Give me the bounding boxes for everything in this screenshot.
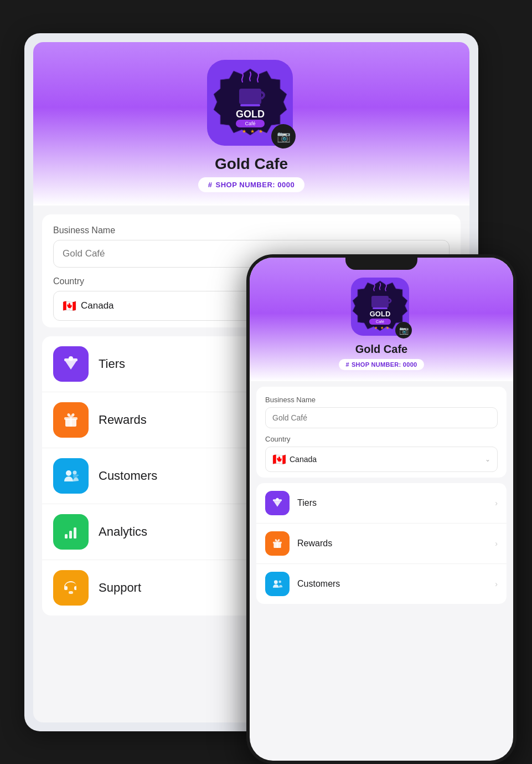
phone-customers-icon (265, 572, 290, 596)
svg-point-30 (276, 498, 278, 501)
tablet-shop-number: # SHOP NUMBER: 0000 (198, 177, 304, 192)
support-icon (53, 570, 89, 606)
svg-point-14 (73, 471, 77, 475)
svg-rect-12 (70, 417, 72, 427)
svg-rect-1 (240, 104, 260, 106)
phone-country-label: Country (265, 435, 498, 443)
svg-text:★: ★ (386, 326, 389, 330)
svg-rect-0 (239, 89, 261, 104)
svg-text:★: ★ (259, 129, 263, 134)
svg-rect-16 (73, 476, 78, 478)
svg-point-9 (69, 356, 73, 361)
phone-rewards-chevron: › (495, 539, 498, 548)
camera-button[interactable]: 📷 (271, 124, 296, 148)
svg-text:★: ★ (374, 326, 378, 330)
rewards-icon (53, 402, 89, 438)
tablet-logo-wrapper: GOLD Café ★ ★ ★ 📷 (207, 60, 296, 148)
customers-label: Customers (99, 469, 157, 483)
analytics-label: Analytics (99, 525, 147, 539)
phone-business-name-label: Business Name (265, 396, 498, 404)
phone-header: GOLD Café ★ ★ ★ 📷 Gold Cafe # SHOP NUMBE… (250, 258, 513, 381)
phone-rewards-label: Rewards (297, 539, 332, 548)
phone-form: Business Name Country 🇨🇦 Canada ⌄ (256, 387, 507, 478)
analytics-icon (53, 514, 89, 550)
phone-tiers-chevron: › (495, 499, 498, 507)
phone-customers-chevron: › (495, 580, 498, 588)
phone-business-name-input[interactable] (265, 407, 498, 428)
phone-shop-number-text: SHOP NUMBER: 0000 (352, 361, 417, 368)
svg-rect-21 (371, 296, 389, 307)
phone-tiers-label: Tiers (297, 498, 317, 508)
phone-shop-number: # SHOP NUMBER: 0000 (339, 359, 423, 370)
svg-text:★: ★ (380, 326, 384, 330)
phone-device: GOLD Café ★ ★ ★ 📷 Gold Cafe # SHOP NUMBE… (246, 254, 516, 764)
phone-rewards-icon (265, 531, 290, 556)
svg-text:GOLD: GOLD (236, 109, 265, 120)
phone-logo-wrapper: GOLD Café ★ ★ ★ 📷 (351, 278, 412, 339)
tiers-label: Tiers (99, 357, 125, 371)
phone-hash-icon: # (345, 361, 349, 368)
svg-rect-19 (74, 527, 76, 539)
svg-text:Café: Café (245, 121, 255, 126)
svg-point-34 (274, 580, 278, 584)
business-name-label: Business Name (53, 225, 450, 235)
flag-icon: 🇨🇦 (63, 299, 76, 312)
phone-camera-button[interactable]: 📷 (395, 322, 412, 339)
phone-menu-item-rewards[interactable]: Rewards › (256, 524, 507, 564)
tiers-icon (53, 346, 89, 382)
phone-country-selector[interactable]: 🇨🇦 Canada ⌄ (265, 447, 498, 472)
svg-point-35 (278, 581, 281, 583)
phone-menu-item-customers[interactable]: Customers › (256, 564, 507, 604)
svg-text:Café: Café (376, 320, 384, 324)
svg-text:★: ★ (250, 129, 255, 134)
tablet-header: GOLD Café ★ ★ ★ 📷 (33, 42, 469, 206)
svg-text:GOLD: GOLD (370, 310, 391, 318)
svg-rect-20 (69, 591, 73, 594)
svg-rect-33 (277, 542, 278, 548)
phone-screen: GOLD Café ★ ★ ★ 📷 Gold Cafe # SHOP NUMBE… (250, 258, 513, 761)
svg-rect-15 (73, 475, 79, 476)
phone-chevron-icon: ⌄ (485, 455, 490, 463)
phone-menu-list: Tiers › Rewards › (256, 483, 507, 604)
country-value: Canada (81, 300, 114, 311)
svg-text:★: ★ (242, 129, 246, 134)
phone-menu-item-tiers[interactable]: Tiers › (256, 483, 507, 524)
support-label: Support (99, 581, 141, 595)
phone-country-value: Canada (290, 455, 317, 464)
customers-icon (53, 458, 89, 494)
scene: GOLD Café ★ ★ ★ 📷 (0, 0, 532, 764)
svg-rect-18 (69, 531, 72, 539)
svg-rect-17 (65, 534, 68, 539)
rewards-label: Rewards (99, 413, 147, 427)
phone-shop-name: Gold Cafe (355, 343, 407, 356)
svg-point-13 (66, 470, 71, 476)
tablet-shop-name: Gold Cafe (215, 155, 288, 173)
hash-icon: # (208, 181, 213, 189)
svg-rect-22 (373, 307, 388, 309)
phone-flag-icon: 🇨🇦 (272, 453, 286, 466)
phone-customers-label: Customers (297, 579, 340, 589)
phone-notch (345, 254, 417, 270)
shop-number-text: SHOP NUMBER: 0000 (216, 181, 295, 189)
phone-tiers-icon (265, 491, 290, 515)
